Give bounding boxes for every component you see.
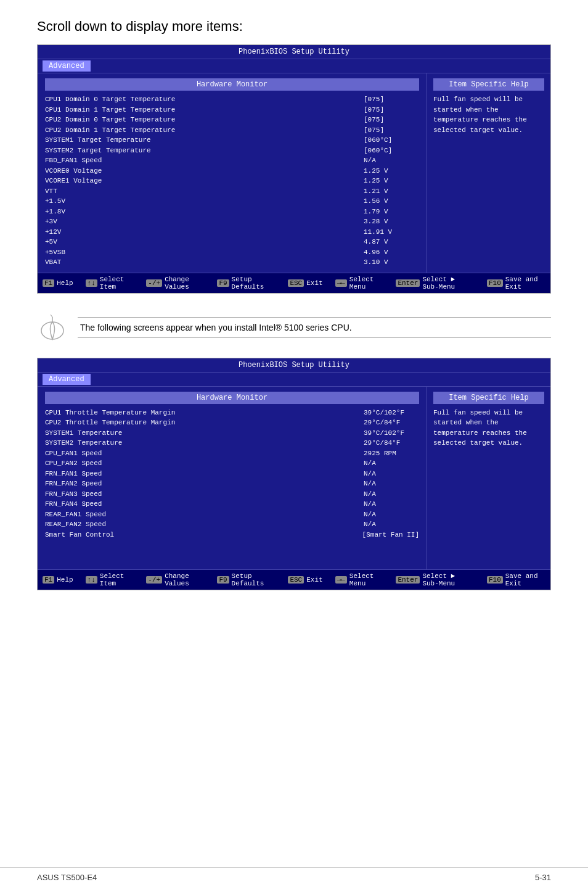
- bios1-table-row: +12V11.91 V: [45, 227, 419, 237]
- bios2-footer-f1: F1 Help: [43, 572, 73, 587]
- bios2-main-header: Hardware Monitor: [45, 392, 419, 404]
- bios2-footer-updown: ↑↓ Select Item: [86, 572, 134, 587]
- bios1-content: Hardware Monitor CPU1 Domain 0 Target Te…: [38, 73, 550, 273]
- bios1-table-row: CPU1 Domain 1 Target Temperature[075]: [45, 105, 419, 115]
- bios2-table-row: FRN_FAN4 SpeedN/A: [45, 499, 419, 510]
- bios2-table-row: FRN_FAN1 SpeedN/A: [45, 469, 419, 479]
- divider-text: The following screens appear when you in…: [78, 323, 551, 332]
- bios1-rows: CPU1 Domain 0 Target Temperature[075]CPU…: [45, 94, 419, 268]
- bios2-blank: [45, 540, 419, 564]
- bios1-table-row: +1.5V1.56 V: [45, 196, 419, 207]
- bios1-table-row: VCORE0 Voltage1.25 V: [45, 166, 419, 176]
- bios1-footer-updown: ↑↓ Select Item: [86, 276, 134, 291]
- bios2-table-row: REAR_FAN1 SpeedN/A: [45, 510, 419, 520]
- bios2-footer-arrows: →← Select Menu: [335, 572, 384, 587]
- svg-line-2: [51, 315, 52, 317]
- footer-right: 5-31: [535, 873, 551, 882]
- bios1-table-row: VTT1.21 V: [45, 186, 419, 197]
- bios2-title: PhoenixBIOS Setup Utility: [38, 358, 550, 373]
- bios2-footer-esc: ESC Exit: [288, 572, 322, 587]
- bios1-title: PhoenixBIOS Setup Utility: [38, 45, 550, 59]
- bios1-footer-enter: Enter Select ► Sub-Menu: [396, 276, 475, 291]
- bios2-table-row: REAR_FAN2 SpeedN/A: [45, 519, 419, 530]
- bios1-footer-f10: F10 Save and Exit: [487, 276, 545, 291]
- bios1-tab-row: Advanced: [38, 59, 550, 73]
- bios1-help-header: Item Specific Help: [433, 78, 544, 91]
- footer-left: ASUS TS500-E4: [37, 873, 97, 882]
- page-title: Scroll down to display more items:: [37, 19, 551, 35]
- bios-screen-2: PhoenixBIOS Setup Utility Advanced Hardw…: [37, 358, 551, 591]
- bios1-help-text: Full fan speed will be started when the …: [433, 94, 544, 135]
- bios2-table-row: CPU_FAN2 SpeedN/A: [45, 458, 419, 469]
- divider-section: The following screens appear when you in…: [37, 312, 551, 343]
- bios1-table-row: VBAT3.10 V: [45, 257, 419, 268]
- divider-line-bottom: [78, 337, 551, 338]
- bios1-footer: F1 Help ↑↓ Select Item -/+ Change Values…: [38, 273, 550, 293]
- bios-screen-1: PhoenixBIOS Setup Utility Advanced Hardw…: [37, 44, 551, 294]
- bios2-table-row: CPU2 Throttle Temperature Margin29°C/84°…: [45, 418, 419, 428]
- bios1-table-row: FBD_FAN1 SpeedN/A: [45, 155, 419, 166]
- bios2-table-row: SYSTEM1 Temperature39°C/102°F: [45, 428, 419, 439]
- bios2-footer: F1 Help ↑↓ Select Item -/+ Change Values…: [38, 569, 550, 590]
- bios1-footer-f1: F1 Help: [43, 276, 73, 291]
- bios2-table-row: FRN_FAN3 SpeedN/A: [45, 489, 419, 500]
- bios1-main-header: Hardware Monitor: [45, 78, 419, 91]
- bios2-main: Hardware Monitor CPU1 Throttle Temperatu…: [38, 387, 427, 570]
- divider-text-block: The following screens appear when you in…: [78, 317, 551, 338]
- divider-icon: [37, 312, 68, 343]
- bios2-footer-f10: F10 Save and Exit: [487, 572, 545, 587]
- bios2-content: Hardware Monitor CPU1 Throttle Temperatu…: [38, 387, 550, 570]
- bios2-table-row: FRN_FAN2 SpeedN/A: [45, 479, 419, 489]
- svg-point-0: [41, 322, 63, 339]
- bios1-table-row: +3V3.28 V: [45, 217, 419, 227]
- bios2-table-row: CPU_FAN1 Speed2925 RPM: [45, 448, 419, 459]
- bios1-main: Hardware Monitor CPU1 Domain 0 Target Te…: [38, 73, 427, 273]
- bios1-table-row: CPU1 Domain 0 Target Temperature[075]: [45, 94, 419, 105]
- bios1-footer-change: -/+ Change Values: [146, 276, 205, 291]
- bios2-help-header: Item Specific Help: [433, 392, 544, 404]
- bios2-footer-change: -/+ Change Values: [146, 572, 205, 587]
- bios2-table-row: Smart Fan Control[Smart Fan II]: [45, 530, 419, 540]
- bios2-tab-advanced[interactable]: Advanced: [43, 374, 91, 385]
- bios2-tab-row: Advanced: [38, 373, 550, 387]
- divider-line-top: [78, 317, 551, 318]
- bios1-table-row: +5V4.87 V: [45, 237, 419, 247]
- page-footer: ASUS TS500-E4 5-31: [0, 867, 588, 887]
- bios1-footer-esc: ESC Exit: [288, 276, 322, 291]
- bios2-footer-f9: F9 Setup Defaults: [217, 572, 276, 587]
- bios1-tab-advanced[interactable]: Advanced: [43, 60, 91, 72]
- bios1-footer-arrows: →← Select Menu: [335, 276, 384, 291]
- bios2-help-text: Full fan speed will be started when the …: [433, 408, 544, 448]
- bios2-rows: CPU1 Throttle Temperature Margin39°C/102…: [45, 408, 419, 540]
- bios1-table-row: +1.8V1.79 V: [45, 207, 419, 217]
- bios1-table-row: SYSTEM1 Target Temperature[060°C]: [45, 135, 419, 146]
- bios1-table-row: +5VSB4.96 V: [45, 247, 419, 258]
- bios2-footer-enter: Enter Select ► Sub-Menu: [396, 572, 475, 587]
- bios2-help: Item Specific Help Full fan speed will b…: [427, 387, 550, 570]
- bios2-table-row: SYSTEM2 Temperature29°C/84°F: [45, 438, 419, 448]
- bios1-footer-f9: F9 Setup Defaults: [217, 276, 276, 291]
- bios1-table-row: VCORE1 Voltage1.25 V: [45, 176, 419, 186]
- bios1-table-row: SYSTEM2 Target Temperature[060°C]: [45, 146, 419, 156]
- bios1-table-row: CPU2 Domain 0 Target Temperature[075]: [45, 115, 419, 125]
- bios2-table-row: CPU1 Throttle Temperature Margin39°C/102…: [45, 408, 419, 418]
- bios1-help: Item Specific Help Full fan speed will b…: [427, 73, 550, 273]
- bios1-table-row: CPU2 Domain 1 Target Temperature[075]: [45, 125, 419, 136]
